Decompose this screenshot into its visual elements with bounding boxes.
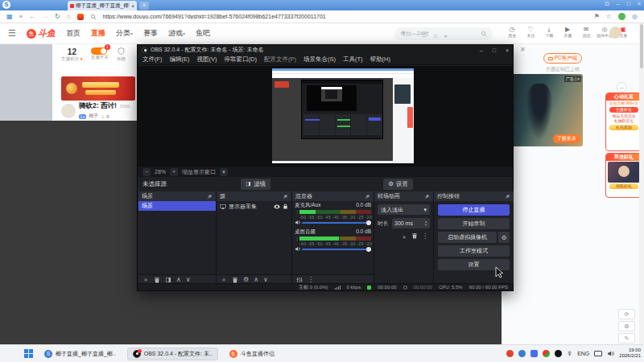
douyu-logo[interactable]: 鱼 斗鱼 [27,27,56,39]
search-icon[interactable] [481,31,487,37]
refresh-icon[interactable]: ↻ [55,13,60,20]
new-tab-button[interactable]: + [139,2,149,10]
tray-sogou-icon[interactable] [518,350,526,357]
menu-scene-collection[interactable]: 场景集合(S) [303,56,336,64]
obs-titlebar[interactable]: OBS 32.0.4 - 配置文件: 未命名 - 场景: 未命名 – □ × [138,45,513,55]
volume-icon[interactable] [607,350,614,357]
flag-icon[interactable]: ⚑ [594,13,600,20]
browser-close-button[interactable]: × [638,1,641,7]
duration-spinbox[interactable]: 300 ms▲▼ [392,218,430,228]
quick-link-golive[interactable]: ▶开播 [561,26,574,39]
promo-card-rebate[interactable]: 心动礼返 全站天梯 999+名 主播排名 每日点亮活动 礼物双倍送 礼包奖励 [605,93,642,151]
page-scrollbar[interactable] [639,23,644,344]
minimize-icon[interactable]: — [422,34,427,39]
start-recording-button[interactable]: 开始录制 [438,218,510,229]
monthly-rank[interactable]: 月榜 [117,47,126,62]
obs-minimize-button[interactable]: – [480,47,483,53]
pin-icon[interactable] [424,194,430,200]
studio-mode-button[interactable]: 工作室模式 [438,245,510,257]
mixer-menu-icon[interactable]: ⋮ [308,276,314,283]
user-avatar[interactable] [609,27,621,39]
tray-security-icon[interactable] [543,350,550,357]
target-icon[interactable]: ◎ [632,13,638,20]
menu-view[interactable]: 视图(V) [197,56,217,64]
mic-volume-slider[interactable] [302,222,371,224]
transition-select[interactable]: 淡入淡出▾ [378,204,430,215]
close-icon[interactable]: × [444,34,448,39]
remove-transition-button[interactable] [411,232,418,239]
source-filters-button[interactable]: 滤镜 [241,179,270,190]
source-properties-button[interactable]: ⚙ 设置 [383,179,413,190]
pin-icon[interactable] [283,194,288,200]
ad-card[interactable]: 广告 | × 了解更多 [503,74,583,146]
live-switch[interactable]: 1 直播开关 [91,47,109,60]
tray-app-icon[interactable] [530,350,538,357]
browser-maximize-button[interactable]: □ [627,1,630,7]
move-scene-up-button[interactable]: ∧ [176,276,181,283]
scene-filters-button[interactable] [165,277,171,283]
pin-icon[interactable] [207,194,213,200]
zoom-in-button[interactable]: + [170,168,178,176]
obs-maximize-button[interactable]: □ [493,47,496,53]
pin-icon[interactable] [505,194,510,200]
display-icon[interactable] [594,351,602,356]
apps-grid-icon[interactable]: ▦ [6,13,13,20]
tray-douyu-icon[interactable] [506,350,514,357]
streamer-avatar[interactable] [61,104,76,118]
nav-item-yuba[interactable]: 鱼吧 [196,28,210,39]
promo-banner[interactable] [61,76,135,101]
close-icon[interactable]: ✕ [520,46,526,53]
transition-menu-icon[interactable]: ⋮ [422,232,428,241]
nav-item-category[interactable]: 分类▾ [116,28,133,39]
menu-profile[interactable]: 配置文件(P) [264,56,296,64]
taskbar-app-browser[interactable]: S 椰子直播_椰子直播_椰.. [39,348,121,360]
collapse-button[interactable]: – [617,82,627,93]
nav-item-home[interactable]: 首页 [66,28,80,39]
desktop-volume-slider[interactable] [302,249,371,250]
channel-menu-icon[interactable]: ⋮ [295,209,298,215]
history-refresh-button[interactable]: ⟳ [618,309,635,319]
taskbar-app-obs[interactable]: OBS 32.0.4 - 配置文件: 未.. [127,348,218,360]
tray-obs-icon[interactable] [555,350,562,357]
quick-link-messages[interactable]: ✉消息 [580,26,592,39]
speaker-icon[interactable] [295,246,300,252]
mixer-settings-icon[interactable] [296,277,303,283]
scrollbar-thumb[interactable] [640,24,643,68]
add-transition-button[interactable]: ＋ [401,232,407,241]
nav-item-games[interactable]: 游戏▾ [168,28,185,39]
scene-item[interactable]: 场景 [138,201,216,211]
virtual-camera-button[interactable]: 启动虚拟摄像机 [438,232,497,243]
pin-icon[interactable] [365,194,370,200]
menu-tools[interactable]: 工具(T) [343,56,363,64]
source-item[interactable]: 显示器采集 [217,201,291,212]
service-button[interactable]: ⚙ [618,321,635,331]
back-icon[interactable]: ← [29,13,35,20]
proxy-icon[interactable] [618,13,625,20]
nav-item-esports[interactable]: 赛事 [143,28,158,39]
promo-card-double-gift[interactable]: 双倍好礼 领取好礼 [605,153,642,198]
taskbar-app-douyu-companion[interactable]: 鱼 斗鱼直播伴侣 [225,348,279,360]
live-toggle[interactable]: 1 [91,47,107,55]
channel-menu-icon[interactable]: ⋮ [295,236,298,241]
menu-docks[interactable]: 停靠窗口(D) [225,56,257,64]
zoom-dropdown-icon[interactable]: ▾ [220,168,228,176]
browser-layout-icon[interactable]: ⊡ [605,1,609,7]
start-button[interactable] [24,349,33,358]
move-scene-down-button[interactable]: ∨ [186,276,191,283]
url-text[interactable]: https://www.douyu.com/7669491?dyshid=192… [103,14,588,19]
quick-link-download[interactable]: ⤓下载 [543,26,555,39]
extension-icon[interactable] [77,14,84,20]
extensions-chevron-icon[interactable]: » [19,13,23,20]
browser-tab[interactable]: 椰子直播_椰子直播_椰子游.. × [68,1,137,10]
zoom-out-button[interactable]: − [142,168,151,176]
pc-client-button[interactable]: PC客户端 [543,53,582,64]
stop-streaming-button[interactable]: 停止直播 [438,204,510,216]
remove-scene-button[interactable] [154,277,160,283]
bookmark-star-icon[interactable]: ☆ [606,13,612,20]
quick-link-follow[interactable]: ♡关注 [524,26,537,39]
quick-link-history[interactable]: ◷历史 [506,26,518,39]
menu-file[interactable]: 文件(F) [142,56,163,64]
home-icon[interactable]: ⌂ [67,13,71,20]
move-source-up-button[interactable]: ∧ [254,276,258,283]
hamburger-icon[interactable]: ☰ [8,28,16,39]
